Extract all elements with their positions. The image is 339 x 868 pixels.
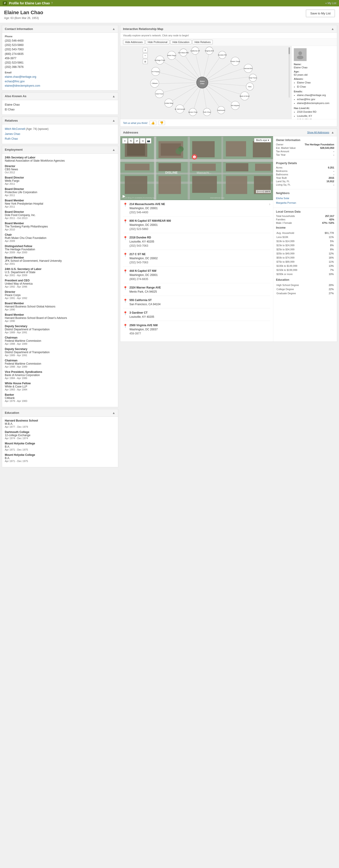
map-tool-route[interactable]: ⇌ [134, 138, 139, 144]
play-button[interactable]: ▶ [123, 194, 125, 198]
addr-phone-5: (800) 274-6835 [129, 277, 158, 281]
aerial-map[interactable]: 1 DISLINE Massachi... © 2016 Bing (Tv av… [120, 136, 273, 200]
addr-city-4: Washington, DC 20002 [129, 256, 158, 260]
show-all-addresses-link[interactable]: Show All Addresses [307, 131, 330, 134]
employment-collapse-btn[interactable]: ▲ [112, 148, 115, 152]
email-1[interactable]: elaine.chao@heritage.org [5, 75, 115, 79]
education-section-title: Education [5, 411, 19, 414]
education-section-body: Harvard Business School M.B.A. Apr 1977 … [2, 417, 118, 467]
my-list-link[interactable]: « My List [325, 2, 336, 5]
year-built-value: 2015 [329, 177, 334, 179]
address-list: 📍 214 Massachusetts AVE NE Washington, D… [120, 200, 273, 342]
svg-text:−: − [144, 54, 146, 57]
svg-rect-88 [226, 163, 248, 171]
edu-row-hs: High School Degree20% [276, 283, 334, 287]
bedrooms-value: - [333, 169, 334, 173]
phone-2: (202) 523-5860 [5, 43, 115, 47]
employment-item-9: Distinguished Fellow The Heritage Founda… [5, 245, 115, 254]
map-toolbar-aerial: ≡ N ⇌ ⊙ 📷 [122, 138, 151, 144]
panel-age-label: Age: [294, 70, 335, 73]
owner-value: The Heritage Foundation [305, 143, 334, 146]
employment-item-18: Deputy Secretary District Department of … [5, 347, 115, 356]
neighbor-1[interactable]: Elisha Sulai [276, 196, 334, 201]
addr-phone-2: (202) 523-5860 [129, 227, 171, 231]
neighbor-2[interactable]: Margarita Porman [276, 201, 334, 205]
map-tool-n[interactable]: N [128, 138, 134, 144]
thumbs-up-button[interactable]: 👍 [149, 121, 157, 125]
relatives-section-title: Relatives [5, 119, 18, 122]
employment-section-header: Employment ▲ [2, 146, 118, 154]
tax-year-label: Tax Year [276, 153, 285, 156]
addr-phone-4: (202) 543-7063 [129, 260, 158, 265]
address-pin-icon-2: 📍 [123, 219, 128, 224]
svg-rect-83 [226, 141, 246, 156]
map-scrollbar[interactable] [289, 47, 290, 98]
employment-section: Employment ▲ 24th Secretary of Labor Nat… [2, 146, 118, 407]
map-tool-4[interactable]: 📷 [146, 138, 151, 144]
lived-3: 217 C ST NE [297, 118, 335, 119]
profile-icon: P [3, 1, 7, 5]
education-section-header: Education ▲ [2, 409, 118, 417]
bathrooms-value: - [333, 173, 334, 176]
contact-collapse-btn[interactable]: ▲ [112, 27, 115, 31]
feedback-link[interactable]: Tell us what you think! [123, 122, 148, 124]
map-tool-1[interactable]: ≡ [122, 138, 128, 144]
living-sq-value: - [333, 183, 334, 186]
employment-item-11: 24th U.S. Secretary of Labor U.S. Depart… [5, 268, 115, 277]
aka-section-title: Also Known As [5, 94, 27, 98]
income-row-avg: Avg. Household$91,778 [276, 231, 334, 235]
map-canvas[interactable]: Heritage Fndn Wells Fargo 214 Mass AVE C… [120, 46, 291, 119]
education-census-section: Education High School Degree20% College … [276, 278, 334, 296]
addresses-collapse-btn[interactable]: ▲ [331, 130, 334, 134]
email-2[interactable]: echao@fmc.gov [5, 79, 115, 84]
svg-line-1 [172, 55, 202, 83]
hide-addresses-btn[interactable]: Hide Addresses [123, 40, 145, 44]
hide-education-btn[interactable]: Hide Education [170, 40, 192, 44]
address-pin-icon-4: 📍 [123, 253, 128, 257]
help-icon[interactable]: ? [51, 2, 53, 5]
land-sq-row: Land Sq. Ft. 10,912 [276, 180, 334, 183]
birds-eye-button[interactable]: Bird's eye ▾ [254, 138, 271, 143]
svg-text:+: + [144, 48, 146, 52]
contact-section-title: Contact Information [5, 27, 33, 31]
hide-professional-btn[interactable]: Hide Professional [146, 40, 169, 44]
neighbors-title: Neighbors [276, 192, 334, 195]
relative-2[interactable]: James Chao [5, 132, 115, 137]
hide-relatives-btn[interactable]: Hide Relatives [193, 40, 213, 44]
employment-item-15: Board Member Harvard Business School Boa… [5, 313, 115, 322]
svg-rect-91 [159, 176, 181, 194]
relative-1[interactable]: Mitch McConnell (Age: 74) (spouse) [5, 127, 115, 132]
main-content: Contact Information ▲ Phone (202) 546-44… [0, 23, 339, 469]
svg-text:NY Presby: NY Presby [151, 71, 160, 73]
save-to-list-button[interactable]: Save to My List [306, 9, 335, 17]
addr-city-7: San Francisco, CA 94104 [129, 302, 161, 306]
relatives-collapse-btn[interactable]: ▲ [112, 119, 115, 122]
education-item-1: Harvard Business School M.B.A. Apr 1977 … [5, 419, 115, 428]
svg-text:Bank of Amer: Bank of Amer [240, 95, 250, 97]
addr-expand-1[interactable]: › [269, 202, 270, 206]
svg-text:Peace Corps: Peace Corps [231, 60, 240, 62]
aka-collapse-btn[interactable]: ▲ [112, 94, 115, 98]
employment-section-title: Employment [5, 148, 23, 151]
income-row-99k: $75k to $99,99911% [276, 260, 334, 264]
education-collapse-btn[interactable]: ▲ [112, 411, 115, 415]
right-column: Interactive Relationship Map ▲ Visually … [120, 25, 337, 467]
income-row-149k: $100k to $149,99913% [276, 264, 334, 268]
employment-item-17: Chairman Federal Maritime Commission Apr… [5, 336, 115, 345]
panel-lived-list: 2318 Dundee RD Louisville, KY 217 C ST N… [294, 110, 335, 119]
svg-text:California ST: California ST [191, 50, 200, 52]
addr-city-6: Menlo Park, CA 94025 [129, 290, 161, 294]
income-row-14k: $10k to $14,9995% [276, 239, 334, 243]
education-item-4: Mount Holyoke College B.A. Apr 1971 - De… [5, 453, 115, 462]
bedrooms-label: Bedrooms [276, 169, 287, 173]
map-tool-3[interactable]: ⊙ [140, 138, 145, 144]
thumbs-down-button[interactable]: 👎 [158, 121, 165, 125]
land-sq-label: Land Sq. Ft. [276, 180, 290, 183]
relationship-map-collapse-btn[interactable]: ▲ [331, 27, 334, 31]
employment-item-14: Board Member Harvard Business School Glo… [5, 302, 115, 311]
year-built-label: Year Built [276, 177, 287, 179]
relative-3[interactable]: Ruth Chao [5, 136, 115, 142]
contact-section: Contact Information ▲ Phone (202) 546-44… [2, 25, 118, 91]
neighbors-block: Neighbors Elisha Sulai Margarita Porman [273, 189, 337, 208]
email-3[interactable]: elaine@directemployers.com [5, 84, 115, 88]
